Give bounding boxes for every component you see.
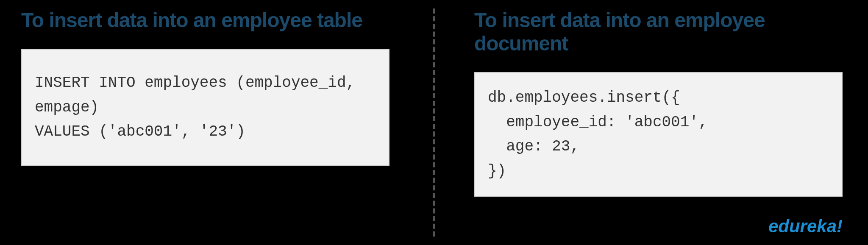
left-heading: To insert data into an employee table — [21, 8, 389, 32]
right-panel: To insert data into an employee document… — [423, 0, 868, 245]
right-code-block: db.employees.insert({ employee_id: 'abc0… — [474, 72, 843, 197]
vertical-divider — [433, 8, 435, 237]
comparison-container: To insert data into an employee table IN… — [0, 0, 868, 245]
left-panel: To insert data into an employee table IN… — [0, 0, 423, 245]
brand-logo: edureka! — [768, 216, 843, 237]
left-code-block: INSERT INTO employees (employee_id, empa… — [21, 49, 389, 166]
right-heading: To insert data into an employee document — [474, 8, 843, 55]
